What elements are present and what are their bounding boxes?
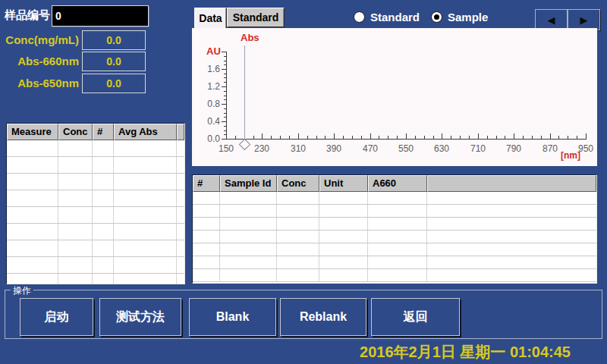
x-minor-tick [280,136,281,139]
radio-label: Sample [448,11,488,24]
table-cell [7,240,58,256]
blank-button[interactable]: Blank [189,298,276,336]
sample-table[interactable]: #Sample IdConcUnitA660 [192,174,597,284]
x-tick-label: 790 [500,143,527,154]
x-tick-label: 470 [357,143,384,154]
table-row[interactable] [7,140,184,157]
abs650-value-field: 0.0 [82,74,146,93]
prev-button[interactable]: ◀ [535,9,568,30]
reblank-button[interactable]: Reblank [280,298,366,336]
column-header[interactable]: Conc [277,175,319,192]
wavelength-cursor-line[interactable] [244,46,245,139]
column-header[interactable]: Sample Id [220,175,277,192]
y-tick-label: 0.0 [191,133,220,144]
chart-panel[interactable]: AbsAU[nm]0.00.40.81.21.61502303103904705… [192,28,597,166]
table-row[interactable] [7,190,184,207]
table-row[interactable] [7,207,184,224]
y-tick-label: 1.6 [191,64,220,74]
x-axis [226,139,587,140]
x-tick-label: 310 [285,143,312,154]
y-minor-tick [224,61,226,61]
column-header[interactable]: Avg Abs [114,124,177,140]
start-button[interactable]: 启动 [20,298,93,336]
table-row[interactable] [7,174,184,190]
measure-table[interactable]: MeasureConc#Avg Abs [6,123,185,284]
table-row[interactable] [193,205,596,218]
table-row[interactable] [193,256,596,269]
column-header[interactable]: # [193,175,220,192]
x-major-tick [262,133,263,139]
standard-radio[interactable]: Standard [354,11,420,24]
table-row[interactable] [7,274,184,284]
column-header[interactable]: Measure [7,124,58,140]
x-minor-tick [352,136,353,139]
y-minor-tick [224,77,226,78]
y-minor-tick [224,74,226,74]
test-method-button[interactable]: 测试方法 [99,298,181,336]
table-cell [277,231,319,243]
table-cell [368,231,427,243]
y-major-tick [222,139,226,140]
column-header[interactable]: Conc [58,124,93,140]
table-cell [220,192,277,204]
tab-standard[interactable]: Standard [227,8,285,27]
table-row[interactable] [193,243,596,256]
column-header[interactable]: # [93,124,114,140]
table-cell [93,274,114,284]
abs650-label: Abs-650nm [0,77,79,89]
y-minor-tick [224,91,226,92]
x-minor-tick [415,136,416,139]
table-row[interactable] [193,231,596,243]
table-cell [93,257,114,273]
table-row[interactable] [7,257,184,274]
column-header[interactable]: Unit [319,175,368,192]
x-minor-tick [487,136,488,139]
next-button[interactable]: ▶ [568,9,600,30]
sample-radio[interactable]: Sample [431,11,488,24]
table-cell [7,174,58,190]
table-row[interactable] [7,157,184,174]
table-cell [427,192,596,204]
table-cell [368,192,427,204]
table-row[interactable] [193,269,596,282]
x-minor-tick [343,136,344,139]
table-cell [277,269,319,281]
table-cell [7,257,58,273]
table-cell [368,256,427,268]
table-cell [177,157,184,173]
x-tick-label: 630 [428,143,455,154]
table-cell [93,140,114,156]
table-cell [220,218,277,230]
table-cell [93,190,114,206]
table-cell [114,157,177,173]
table-cell [7,190,58,206]
y-major-tick [222,104,226,105]
table-cell [220,205,277,217]
table-cell [193,269,220,281]
x-minor-tick [271,136,272,139]
table-cell [177,224,184,240]
table-cell [220,243,277,256]
x-major-tick [442,133,442,139]
x-major-tick [514,133,514,139]
table-row[interactable] [193,218,596,231]
column-header[interactable] [177,124,184,140]
column-header[interactable] [427,175,596,192]
sample-no-input[interactable]: 0 [52,5,149,27]
tab-data[interactable]: Data [194,8,227,28]
x-major-tick [586,133,587,139]
table-cell [319,218,368,230]
actions-group-label: 操作 [11,284,33,297]
table-cell [58,240,93,256]
y-minor-tick [224,130,226,131]
table-row[interactable] [7,224,184,240]
x-minor-tick [496,136,497,139]
return-button[interactable]: 返回 [371,298,460,336]
x-minor-tick [460,136,461,139]
table-cell [193,205,220,217]
table-cell [193,243,220,256]
column-header[interactable]: A660 [368,175,427,192]
y-major-tick [222,69,226,70]
table-row[interactable] [7,240,184,257]
table-row[interactable] [193,192,596,205]
